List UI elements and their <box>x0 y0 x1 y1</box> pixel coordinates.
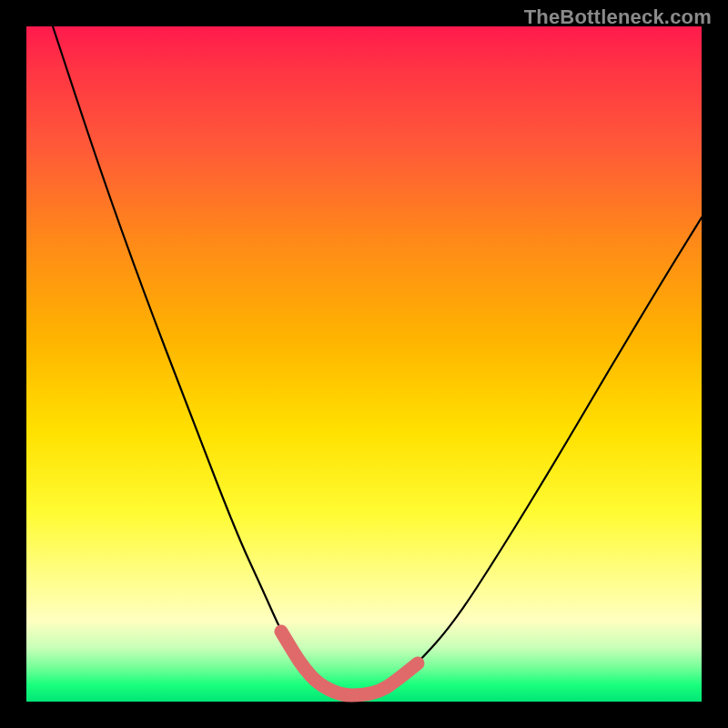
highlight-curve-path <box>281 632 418 695</box>
plot-area <box>26 26 702 702</box>
main-curve-path <box>53 26 702 695</box>
curve-layer <box>26 26 702 702</box>
chart-frame: TheBottleneck.com <box>0 0 728 728</box>
